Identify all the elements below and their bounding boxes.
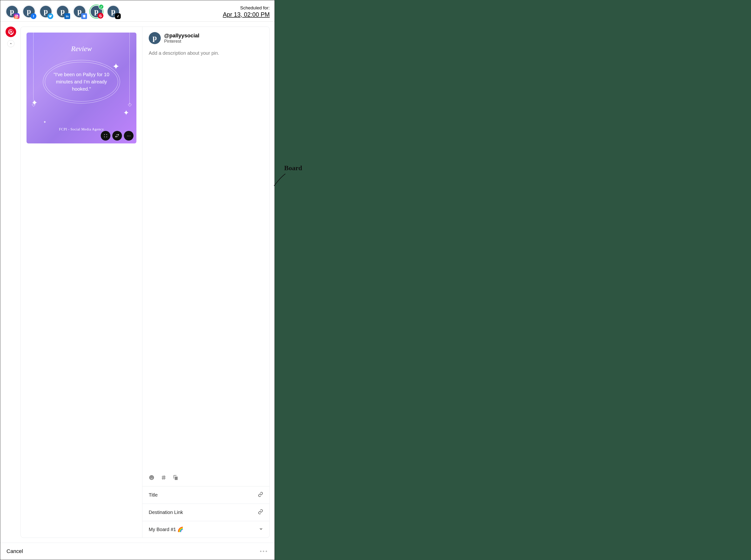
title-label: Title <box>149 492 158 498</box>
media-title: Review <box>71 45 92 53</box>
expand-icon <box>104 134 107 138</box>
svg-point-5 <box>152 477 153 478</box>
form-pane: @pallyysocial Pinterest Add a descriptio… <box>142 27 269 538</box>
svg-line-9 <box>164 475 165 480</box>
cancel-button[interactable]: Cancel <box>6 548 23 555</box>
composer-body: Review "I've been on Pallyy for 10 minut… <box>0 22 275 543</box>
link-icon <box>258 509 263 516</box>
collapse-button[interactable] <box>7 40 15 47</box>
pinterest-indicator-icon[interactable] <box>5 26 16 37</box>
decorative-line <box>33 33 34 105</box>
composer-footer: Cancel ••• <box>0 543 275 560</box>
media-preview: Review "I've been on Pallyy for 10 minut… <box>26 33 137 143</box>
swap-button[interactable] <box>112 131 122 141</box>
scheduled-info: Scheduled for: Apr 13, 02:00 PM <box>223 5 270 18</box>
emoji-icon <box>149 475 155 480</box>
account-linkedin[interactable]: in <box>56 5 70 19</box>
destination-label: Destination Link <box>149 509 183 515</box>
network-rail <box>5 26 17 538</box>
media-quote: "I've been on Pallyy for 10 minutes and … <box>43 60 120 103</box>
board-select[interactable]: My Board #1 🌈 <box>142 521 269 538</box>
hashtag-icon <box>161 475 166 480</box>
instagram-icon <box>14 13 20 19</box>
facebook-icon: f <box>31 13 36 19</box>
scheduled-time[interactable]: Apr 13, 02:00 PM <box>223 11 270 18</box>
twitter-icon <box>47 13 53 19</box>
svg-point-4 <box>150 477 151 478</box>
svg-point-3 <box>149 475 154 480</box>
copy-button[interactable] <box>173 475 179 482</box>
media-actions: ⋯ <box>101 131 134 141</box>
pallyy-logo-icon <box>149 32 161 44</box>
sparkle-icon: ✦ <box>112 61 120 72</box>
account-pinterest[interactable] <box>89 5 103 19</box>
account-google-my-business[interactable] <box>73 5 86 19</box>
account-handle: @pallyysocial <box>164 33 199 39</box>
swap-icon <box>115 134 119 138</box>
annotation-label: Board <box>284 164 302 172</box>
check-icon <box>99 4 104 9</box>
emoji-button[interactable] <box>149 475 155 482</box>
decorative-line <box>129 33 130 105</box>
copy-icon <box>173 475 179 480</box>
more-icon: ⋯ <box>127 133 131 138</box>
footer-more-button[interactable]: ••• <box>260 548 268 555</box>
account-switcher: f in <box>5 5 120 19</box>
account-facebook[interactable]: f <box>22 5 36 19</box>
media-attribution: FCPI - Social Media Agency <box>59 127 104 132</box>
composer-tools <box>142 471 269 486</box>
link-icon <box>258 492 263 498</box>
account-twitter[interactable] <box>39 5 53 19</box>
svg-point-2 <box>17 15 18 16</box>
scheduled-label: Scheduled for: <box>223 5 270 11</box>
tiktok-icon <box>115 13 121 19</box>
svg-point-1 <box>16 16 17 17</box>
expand-button[interactable] <box>101 131 110 141</box>
description-input[interactable]: Add a description about your pin. <box>142 46 269 471</box>
svg-rect-10 <box>175 477 178 480</box>
title-field[interactable]: Title <box>142 486 269 504</box>
sparkle-icon: ✦ <box>43 120 46 124</box>
media-more-button[interactable]: ⋯ <box>124 131 134 141</box>
account-instagram[interactable] <box>5 5 19 19</box>
destination-link-field[interactable]: Destination Link <box>142 504 269 521</box>
sparkle-icon: ✦ <box>31 98 38 107</box>
chevron-up-icon <box>9 42 12 45</box>
media-pane: Review "I've been on Pallyy for 10 minut… <box>21 27 142 538</box>
account-header: @pallyysocial Pinterest <box>142 27 269 46</box>
hashtag-button[interactable] <box>161 475 166 482</box>
composer-card: Review "I've been on Pallyy for 10 minut… <box>20 26 270 538</box>
linkedin-icon: in <box>64 13 70 19</box>
annotation-arrow-icon <box>272 172 289 188</box>
chevron-down-icon <box>259 527 263 532</box>
top-bar: f in <box>0 0 275 22</box>
svg-line-8 <box>163 475 163 480</box>
account-network-label: Pinterest <box>164 39 199 44</box>
board-value: My Board #1 🌈 <box>149 526 183 532</box>
account-tiktok[interactable] <box>106 5 120 19</box>
google-my-business-icon <box>81 13 87 19</box>
media-quote-frame: "I've been on Pallyy for 10 minutes and … <box>43 60 120 103</box>
pinterest-icon <box>98 13 103 19</box>
sparkle-icon: ✦ <box>123 108 129 117</box>
composer-modal: f in <box>0 0 275 560</box>
